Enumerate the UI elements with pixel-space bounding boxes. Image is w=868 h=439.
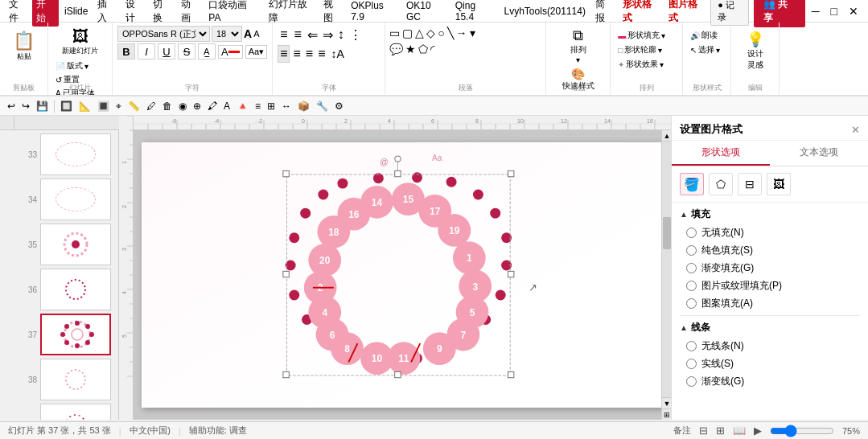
font-color-button[interactable]: A bbox=[218, 45, 243, 59]
shape-more[interactable]: ▾ bbox=[469, 26, 476, 40]
slide-thumb-35[interactable] bbox=[40, 224, 111, 265]
shape-circle[interactable]: ○ bbox=[437, 26, 445, 40]
align-right-button[interactable]: ≡ bbox=[304, 46, 315, 62]
line-section-arrow[interactable]: ▲ bbox=[680, 323, 688, 332]
underline-button[interactable]: U bbox=[158, 43, 175, 59]
fill-none-option[interactable]: 无填充(N) bbox=[686, 226, 860, 240]
line-spacing-button[interactable]: ↕ bbox=[336, 27, 346, 43]
shape-star[interactable]: ★ bbox=[405, 42, 417, 56]
tool-icon-9[interactable]: ⊕ bbox=[191, 100, 204, 113]
text-shadow-button[interactable]: A̲ bbox=[198, 43, 216, 59]
tool-icon-11[interactable]: A bbox=[221, 100, 232, 113]
tab-text-options[interactable]: 文本选项 bbox=[770, 141, 868, 166]
menu-ok10[interactable]: OK10 GC bbox=[402, 0, 450, 24]
bullet-list-button[interactable]: ≡ bbox=[278, 26, 290, 43]
tool-icon-3[interactable]: 🔳 bbox=[95, 100, 112, 113]
window-close[interactable]: ✕ bbox=[844, 3, 863, 19]
tool-icon-8[interactable]: ◉ bbox=[176, 100, 189, 113]
save-icon[interactable]: 💾 bbox=[34, 100, 51, 113]
panel-close-button[interactable]: ✕ bbox=[851, 124, 860, 136]
shape-effect-button[interactable]: ✦形状效果▾ bbox=[615, 58, 677, 71]
numbered-list-button[interactable]: ≡ bbox=[291, 26, 303, 43]
line-gradient-option[interactable]: 渐变线(G) bbox=[686, 375, 860, 388]
tool-icon-16[interactable]: 📦 bbox=[295, 100, 312, 113]
shape-arrow[interactable]: → bbox=[455, 26, 468, 40]
expand-canvas-button[interactable]: ⊞ bbox=[662, 408, 671, 420]
select-button[interactable]: ↖选择▾ bbox=[688, 43, 726, 56]
shape-fill-button[interactable]: ▬形状填充▾ bbox=[615, 29, 677, 42]
align-center-button[interactable]: ≡ bbox=[291, 46, 302, 62]
menu-lvyh[interactable]: LvyhTools(201114) bbox=[500, 4, 590, 18]
view-sorter-button[interactable]: ⊞ bbox=[716, 425, 725, 437]
new-slide-button[interactable]: 🖼 新建幻灯片 bbox=[53, 26, 107, 58]
tab-shape-options[interactable]: 形状选项 bbox=[672, 141, 770, 166]
slide-thumb-38[interactable] bbox=[40, 359, 111, 400]
notes-button[interactable]: 备注 bbox=[673, 425, 691, 437]
format-icon-bucket[interactable]: 🪣 bbox=[680, 173, 704, 195]
menu-islide[interactable]: iSlide bbox=[60, 4, 92, 18]
align-left-button[interactable]: ≡ bbox=[278, 45, 290, 63]
tool-icon-10[interactable]: 🖍 bbox=[205, 100, 220, 113]
increase-indent-button[interactable]: ⇒ bbox=[321, 27, 335, 43]
shape-diamond[interactable]: ◇ bbox=[426, 26, 436, 40]
vertical-scroll-bar[interactable]: ▲ ▼ ⊞ bbox=[661, 130, 671, 420]
shape-rect[interactable]: ▭ bbox=[389, 26, 401, 40]
slide-thumb-34[interactable] bbox=[40, 178, 111, 220]
canvas-area[interactable]: @ Aa bbox=[134, 130, 671, 420]
view-slideshow-button[interactable]: ▶ bbox=[754, 425, 762, 437]
line-none-option[interactable]: 无线条(N) bbox=[686, 339, 860, 353]
text-direction-button[interactable]: ↕A bbox=[329, 46, 347, 62]
slide-thumb-36[interactable] bbox=[40, 269, 111, 310]
slide-thumb-39[interactable] bbox=[40, 404, 111, 420]
fill-picture-option[interactable]: 图片或纹理填充(P) bbox=[686, 279, 860, 293]
design-inspire-button[interactable]: 💡 设计 灵感 bbox=[736, 29, 774, 72]
increase-font-button[interactable]: A bbox=[244, 27, 252, 40]
shape-callout[interactable]: 💬 bbox=[389, 42, 404, 56]
menu-pa[interactable]: 口袋动画 PA bbox=[204, 0, 262, 25]
tool-icon-18[interactable]: ⚙ bbox=[332, 100, 346, 113]
fill-solid-option[interactable]: 纯色填充(S) bbox=[686, 244, 860, 257]
text-highlight-button[interactable]: Aa▾ bbox=[245, 45, 267, 59]
format-icon-image[interactable]: ⊟ bbox=[738, 173, 762, 195]
scroll-up-arrow[interactable]: ▲ bbox=[662, 130, 671, 142]
tool-icon-14[interactable]: ⊞ bbox=[265, 100, 278, 113]
fill-gradient-option[interactable]: 渐变填充(G) bbox=[686, 261, 860, 275]
tool-icon-2[interactable]: 📐 bbox=[76, 100, 93, 113]
tool-icon-15[interactable]: ↔ bbox=[279, 100, 294, 113]
tool-icon-13[interactable]: ≡ bbox=[253, 100, 263, 113]
shape-outline-button[interactable]: □形状轮廓▾ bbox=[615, 43, 677, 56]
decrease-font-button[interactable]: A bbox=[253, 29, 259, 39]
shape-pentagon[interactable]: ⬠ bbox=[418, 42, 429, 56]
speak-button[interactable]: 🔊朗读 bbox=[688, 29, 726, 42]
bold-button[interactable]: B bbox=[117, 43, 135, 59]
shape-line[interactable]: ╲ bbox=[446, 26, 455, 40]
shape-triangle[interactable]: △ bbox=[414, 26, 425, 40]
window-maximize[interactable]: □ bbox=[826, 3, 842, 19]
view-normal-button[interactable]: ⊟ bbox=[699, 425, 708, 437]
format-icon-image2[interactable]: 🖼 bbox=[767, 173, 791, 195]
record-button[interactable]: ● 记录 bbox=[710, 0, 749, 26]
strikethrough-button[interactable]: S bbox=[178, 43, 195, 59]
format-icon-pentagon[interactable]: ⬠ bbox=[709, 173, 733, 195]
tool-icon-7[interactable]: 🗑 bbox=[160, 100, 175, 113]
columns-button[interactable]: ⋮ bbox=[348, 27, 364, 43]
tool-icon-1[interactable]: 🔲 bbox=[58, 100, 75, 113]
zoom-slider[interactable] bbox=[770, 426, 834, 436]
tool-icon-5[interactable]: 📏 bbox=[125, 100, 142, 113]
line-solid-option[interactable]: 实线(S) bbox=[686, 357, 860, 371]
decrease-indent-button[interactable]: ⇐ bbox=[306, 27, 319, 43]
tool-icon-17[interactable]: 🔧 bbox=[314, 100, 331, 113]
window-minimize[interactable]: ─ bbox=[807, 3, 825, 19]
fill-pattern-option[interactable]: 图案填充(A) bbox=[686, 297, 860, 310]
justify-button[interactable]: ≡ bbox=[316, 46, 327, 62]
view-reading-button[interactable]: 📖 bbox=[733, 425, 746, 437]
layout-button[interactable]: 📄版式▾ bbox=[53, 59, 107, 72]
shape-rounded-rect[interactable]: ▢ bbox=[401, 26, 413, 40]
paste-button[interactable]: 📋 粘贴 bbox=[10, 29, 38, 64]
scroll-down-arrow[interactable]: ▼ bbox=[662, 397, 671, 408]
tool-icon-12[interactable]: 🔺 bbox=[234, 100, 251, 113]
menu-qing[interactable]: Qing 15.4 bbox=[451, 0, 499, 24]
slide-thumb-37[interactable] bbox=[40, 314, 111, 355]
accessibility-indicator[interactable]: 辅助功能: 调查 bbox=[189, 425, 247, 437]
undo-icon[interactable]: ↩ bbox=[5, 100, 18, 113]
